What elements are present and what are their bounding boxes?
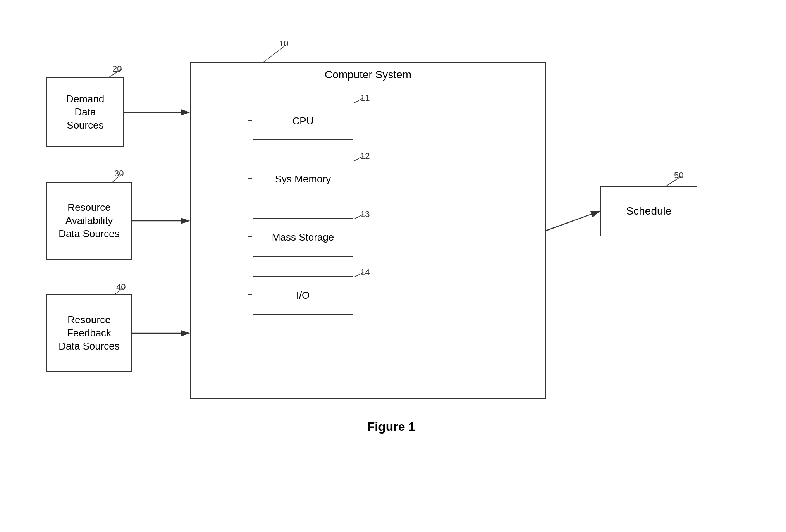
diagram-container: 10 DemandDataSources 20 ResourceAvailabi… [23, 31, 759, 457]
mass-storage-box: Mass Storage [253, 218, 353, 257]
feedback-label: ResourceFeedbackData Sources [58, 313, 120, 353]
cpu-box: CPU [253, 102, 353, 140]
ref-30: 30 [114, 169, 124, 179]
ref-10: 10 [279, 39, 288, 49]
io-box: I/O [253, 276, 353, 315]
sys-memory-label: Sys Memory [275, 173, 331, 185]
figure-caption: Figure 1 [367, 420, 415, 434]
io-label: I/O [296, 289, 310, 301]
ref-12: 12 [360, 151, 370, 161]
ref-50: 50 [674, 170, 683, 181]
ref-13: 13 [360, 209, 370, 219]
svg-line-9 [546, 211, 600, 231]
availability-label: ResourceAvailabilityData Sources [58, 201, 120, 240]
ref-40: 40 [116, 282, 126, 292]
ref-11: 11 [360, 93, 370, 103]
sys-memory-box: Sys Memory [253, 160, 353, 198]
ref-14: 14 [360, 267, 370, 277]
computer-system-box: Computer System CPU Sys Memory Mass Stor… [190, 62, 546, 399]
cpu-label: CPU [292, 115, 314, 127]
resource-availability-box: ResourceAvailabilityData Sources [46, 182, 132, 260]
resource-feedback-box: ResourceFeedbackData Sources [46, 294, 132, 372]
demand-label: DemandDataSources [66, 93, 104, 132]
ref-20: 20 [112, 64, 122, 74]
mass-storage-label: Mass Storage [272, 231, 334, 243]
computer-system-label: Computer System [325, 69, 411, 81]
demand-data-sources-box: DemandDataSources [46, 77, 124, 147]
schedule-label: Schedule [626, 205, 672, 217]
schedule-box: Schedule [600, 186, 697, 236]
